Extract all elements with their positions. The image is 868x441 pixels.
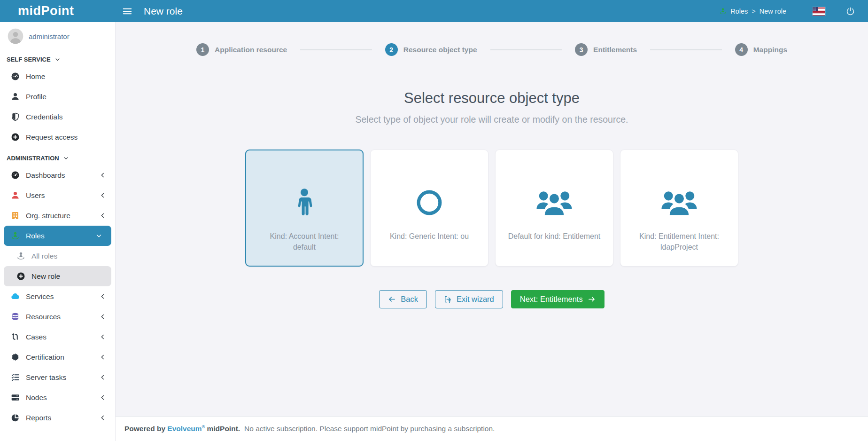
step-label: Entitlements (593, 46, 637, 54)
sidebar-item-label: New role (31, 272, 60, 281)
next-button-label: Next: Entitlements (520, 295, 583, 304)
step-label: Resource object type (403, 46, 477, 54)
sidebar-item-label: Nodes (26, 394, 47, 402)
user-icon (10, 92, 20, 102)
sidebar-item-label: All roles (31, 252, 57, 260)
sidebar-item-dashboards[interactable]: Dashboards (0, 165, 115, 185)
app-logo-area: midPoint (0, 4, 116, 18)
sidebar-item-services[interactable]: Services (0, 286, 115, 307)
tachometer-icon (10, 171, 20, 180)
chevron-left-icon (100, 415, 106, 421)
resource-object-type-tile-2[interactable]: Kind: Generic Intent: ou (370, 150, 488, 267)
resource-object-type-tile-3[interactable]: Default for kind: Entitlement (495, 150, 613, 267)
username-link[interactable]: administrator (29, 32, 70, 40)
wizard-step-3[interactable]: 3Entitlements (575, 43, 637, 56)
topbar: midPoint New role Roles>New role (0, 0, 868, 22)
sidebar-item-label: Cases (26, 333, 46, 341)
back-button[interactable]: Back (379, 290, 427, 308)
sidebar-item-all-roles[interactable]: All roles (0, 246, 115, 266)
step-label: Mappings (753, 46, 787, 54)
step-number-badge: 3 (575, 43, 588, 56)
exit-wizard-label: Exit wizard (457, 295, 494, 304)
breadcrumb-item[interactable]: Roles (730, 8, 748, 15)
power-logout-icon[interactable] (846, 7, 855, 16)
sidebar-item-label: Credentials (26, 113, 62, 121)
sign-out-icon (444, 295, 452, 303)
footer-powered-by: Powered by (124, 425, 165, 433)
step-connector-line (650, 49, 722, 50)
sidebar-item-label: Roles (26, 232, 45, 240)
sidebar-item-server-tasks[interactable]: Server tasks (0, 367, 115, 387)
exit-wizard-button[interactable]: Exit wizard (435, 290, 503, 308)
sidebar-item-org-structure[interactable]: Org. structure (0, 205, 115, 226)
sidebar-item-new-role[interactable]: New role (4, 266, 111, 286)
database-icon (10, 312, 20, 322)
sidebar-item-home[interactable]: Home (0, 66, 115, 87)
chart-pie-icon (10, 413, 20, 423)
chevron-down-icon (63, 156, 69, 161)
tasks-icon (10, 373, 20, 382)
sidebar-item-certification[interactable]: Certification (0, 347, 115, 367)
hamburger-menu-icon[interactable] (122, 6, 132, 16)
chevron-left-icon (100, 334, 106, 340)
step-connector-line (300, 49, 372, 50)
tachometer-icon (10, 72, 20, 81)
user-panel: administrator (0, 22, 115, 48)
server-icon (10, 393, 20, 402)
tile-label: Kind: Generic Intent: ou (378, 231, 481, 242)
sidebar-item-nodes[interactable]: Nodes (0, 387, 115, 408)
resource-object-type-tile-4[interactable]: Kind: Entitlement Intent: ldapProject (620, 150, 738, 267)
wizard-actions: Back Exit wizard Next: Entitlements (116, 290, 868, 308)
chevron-left-icon (100, 354, 106, 360)
tile-label: Kind: Entitlement Intent: ldapProject (620, 231, 738, 252)
chevron-down-icon (96, 233, 102, 239)
evolveum-link[interactable]: Evolveum® (167, 425, 205, 433)
sidebar-item-label: Users (26, 191, 45, 200)
sidebar-item-label: Dashboards (26, 171, 65, 180)
step-connector-line (490, 49, 562, 50)
nav-section-header[interactable]: ADMINISTRATION (0, 147, 115, 165)
footer: Powered by Evolveum® midPoint. No active… (116, 416, 868, 441)
sidebar-item-label: Resources (26, 313, 61, 321)
chevron-down-icon (55, 57, 60, 62)
nav-section-header[interactable]: SELF SERVICE (0, 48, 115, 66)
plus-circle-icon (10, 133, 20, 142)
arrow-left-icon (388, 295, 396, 303)
chevron-left-icon (100, 213, 106, 219)
resource-object-type-tile-1[interactable]: Kind: Account Intent: default (245, 150, 364, 267)
sidebar-item-reports[interactable]: Reports (0, 408, 115, 428)
chevron-left-icon (100, 293, 106, 299)
next-entitlements-button[interactable]: Next: Entitlements (511, 290, 604, 308)
main-content: 1Application resource2Resource object ty… (116, 22, 868, 441)
breadcrumb-item[interactable]: New role (760, 8, 786, 15)
wizard-step-4[interactable]: 4Mappings (735, 43, 787, 56)
sidebar-item-label: Server tasks (26, 373, 66, 382)
sidebar-item-label: Reports (26, 414, 51, 422)
sidebar-item-users[interactable]: Users (0, 185, 115, 205)
chevron-left-icon (100, 314, 106, 320)
sidebar-item-profile[interactable]: Profile (0, 87, 115, 107)
sidebar-item-roles[interactable]: Roles (4, 226, 111, 246)
nav-section-label: ADMINISTRATION (7, 155, 59, 162)
role-icon (16, 252, 25, 261)
step-number-badge: 4 (735, 43, 748, 56)
wizard-step-2[interactable]: 2Resource object type (385, 43, 477, 56)
step-label: Application resource (215, 46, 287, 54)
route-icon (10, 332, 20, 342)
chevron-left-icon (100, 172, 106, 178)
plus-circle-icon (16, 272, 25, 281)
wizard-step-1[interactable]: 1Application resource (196, 43, 287, 56)
sidebar-item-resources[interactable]: Resources (0, 307, 115, 327)
sidebar-item-cases[interactable]: Cases (0, 327, 115, 347)
sidebar-item-credentials[interactable]: Credentials (0, 107, 115, 127)
sidebar-item-request-access[interactable]: Request access (0, 127, 115, 147)
page-title: Select resource object type (116, 90, 868, 107)
users-icon (660, 184, 698, 221)
tile-list: Kind: Account Intent: defaultKind: Gener… (116, 150, 868, 267)
users-icon (535, 184, 573, 221)
footer-product: midPoint. (207, 425, 240, 433)
us-flag-icon[interactable] (813, 7, 825, 16)
midpoint-logo: midPoint (18, 4, 74, 18)
sidebar-item-label: Certification (26, 353, 64, 362)
step-number-badge: 1 (196, 43, 209, 56)
